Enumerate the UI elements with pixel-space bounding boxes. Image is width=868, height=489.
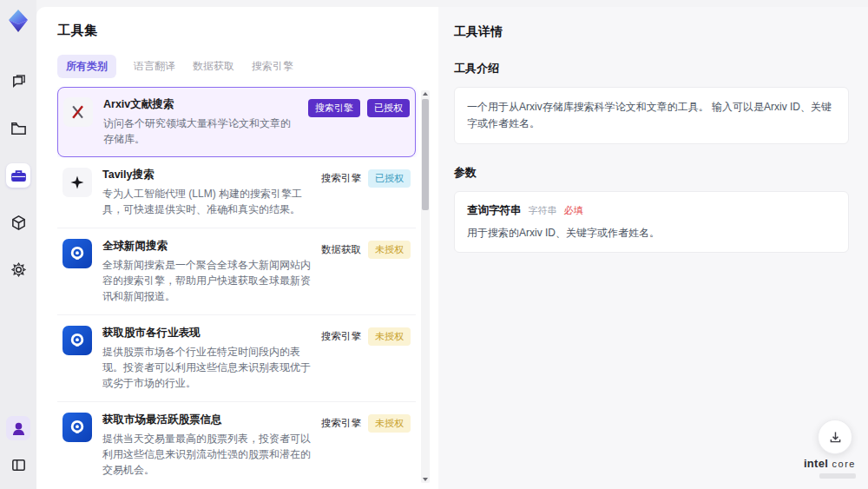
tool-auth-badge: 未授权 <box>368 241 411 259</box>
tab-language-translation[interactable]: 语言翻译 <box>134 55 175 78</box>
intel-core-logo: intel core <box>804 455 856 479</box>
tool-auth-badge: 未授权 <box>368 327 411 346</box>
tab-data-acquisition[interactable]: 数据获取 <box>193 55 234 78</box>
news-app-logo-icon <box>62 239 92 268</box>
tool-category-badge: 搜索引擎 <box>321 417 361 430</box>
panel-toggle-icon[interactable] <box>6 453 30 477</box>
cube-icon[interactable] <box>6 210 30 235</box>
detail-title: 工具详情 <box>454 24 849 40</box>
scroll-up-icon[interactable] <box>423 92 428 96</box>
tool-list-item[interactable]: Arxiv文献搜索访问各个研究领域大量科学论文和文章的存储库。搜索引擎已授权 <box>57 87 416 157</box>
tool-name: 获取市场最活跃股票信息 <box>102 413 311 427</box>
tab-all-categories[interactable]: 所有类别 <box>57 55 116 78</box>
scrollbar[interactable] <box>421 90 430 483</box>
tool-auth-badge: 未授权 <box>368 414 411 433</box>
intro-text: 一个用于从Arxiv存储库搜索科学论文和文章的工具。 输入可以是Arxiv ID… <box>467 99 836 132</box>
param-name: 查询字符串 <box>467 203 522 218</box>
brand-sub-mark <box>819 473 856 479</box>
chat-icon[interactable] <box>6 69 30 94</box>
tab-search-engine[interactable]: 搜索引擎 <box>252 55 293 78</box>
app-logo-icon <box>6 9 30 33</box>
tool-name: 获取股市各行业表现 <box>102 326 311 340</box>
param-required-badge: 必填 <box>564 204 583 217</box>
tool-auth-badge: 已授权 <box>367 99 410 117</box>
tool-list-item[interactable]: 获取股市各行业表现提供股票市场各个行业在特定时间段内的表现。投资者可以利用这些信… <box>57 315 416 402</box>
tool-name: Tavily搜索 <box>102 168 311 182</box>
tavily-logo-icon <box>62 168 92 197</box>
params-heading: 参数 <box>454 165 849 181</box>
tool-list: Arxiv文献搜索访问各个研究领域大量科学论文和文章的存储库。搜索引擎已授权Ta… <box>57 87 430 486</box>
arxiv-logo-icon <box>63 97 93 127</box>
param-type: 字符串 <box>529 204 557 217</box>
tool-auth-badge: 已授权 <box>368 169 411 188</box>
folder-icon[interactable] <box>6 116 30 141</box>
tool-category-badge: 搜索引擎 <box>308 99 360 117</box>
param-box: 查询字符串 字符串 必填 用于搜索的Arxiv ID、关键字或作者姓名。 <box>454 191 849 253</box>
news-app-logo-icon <box>62 326 92 355</box>
tool-list-panel: 工具集 所有类别 语言翻译 数据获取 搜索引擎 Arxiv文献搜索访问各个研究领… <box>36 7 438 489</box>
tool-description: 全球新闻搜索是一个聚合全球各大新闻网站内容的搜索引擎，帮助用户快速获取全球最新资… <box>102 257 311 304</box>
scroll-down-icon[interactable] <box>423 478 428 481</box>
intro-box: 一个用于从Arxiv存储库搜索科学论文和文章的工具。 输入可以是Arxiv ID… <box>454 87 849 144</box>
scrollbar-thumb[interactable] <box>422 99 429 210</box>
tool-list-item[interactable]: 全球新闻搜索全球新闻搜索是一个聚合全球各大新闻网站内容的搜索引擎，帮助用户快速获… <box>57 228 416 315</box>
news-app-logo-icon <box>62 413 92 442</box>
tool-description: 访问各个研究领域大量科学论文和文章的存储库。 <box>103 116 298 147</box>
tool-list-item[interactable]: 获取市场最活跃股票信息提供当天交易量最高的股票列表，投资者可以利用这些信息来识别… <box>57 402 416 486</box>
tool-category-badge: 搜索引擎 <box>321 172 361 185</box>
tool-description: 提供当天交易量最高的股票列表，投资者可以利用这些信息来识别流动性强的股票和潜在的… <box>102 431 311 478</box>
param-description: 用于搜索的Arxiv ID、关键字或作者姓名。 <box>467 226 836 241</box>
tool-description: 专为人工智能代理 (LLM) 构建的搜索引擎工具，可快速提供实时、准确和真实的结… <box>102 186 311 217</box>
settings-icon[interactable] <box>6 257 30 281</box>
tool-description: 提供股票市场各个行业在特定时间段内的表现。投资者可以利用这些信息来识别表现优于或… <box>102 344 311 391</box>
intel-wordmark: intel <box>804 457 828 470</box>
page-title: 工具集 <box>57 23 430 39</box>
tool-category-badge: 搜索引擎 <box>321 330 361 343</box>
user-icon[interactable] <box>6 416 30 440</box>
category-tabs: 所有类别 语言翻译 数据获取 搜索引擎 <box>57 55 430 78</box>
tool-category-badge: 数据获取 <box>321 243 361 256</box>
core-wordmark: core <box>832 459 856 469</box>
app-sidebar <box>0 0 36 489</box>
intro-heading: 工具介绍 <box>454 61 849 76</box>
tool-name: 全球新闻搜索 <box>102 239 311 254</box>
tool-name: Arxiv文献搜索 <box>103 97 298 112</box>
download-button[interactable] <box>818 420 852 454</box>
tool-detail-panel: 工具详情 工具介绍 一个用于从Arxiv存储库搜索科学论文和文章的工具。 输入可… <box>438 7 868 489</box>
toolbox-icon[interactable] <box>6 163 30 188</box>
tool-list-item[interactable]: Tavily搜索专为人工智能代理 (LLM) 构建的搜索引擎工具，可快速提供实时… <box>57 157 416 228</box>
download-icon <box>828 430 843 445</box>
